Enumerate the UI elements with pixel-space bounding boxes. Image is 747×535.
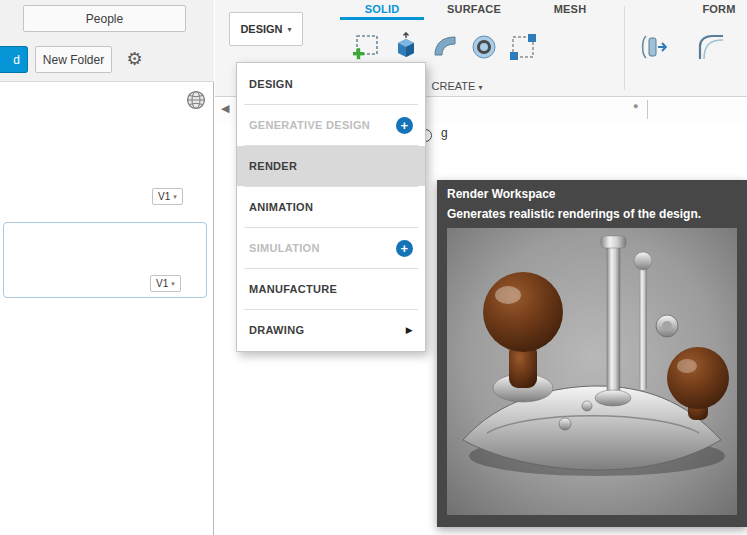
upload-button[interactable]: d [0,46,28,73]
data-panel: People d New Folder ⚙ V1 ▾ V1 ▾ [0,0,214,535]
render-preview-image [447,228,737,515]
version-label: V1 [156,278,168,289]
workspace-menu: DESIGN GENERATIVE DESIGN + RENDER ANIMAT… [236,62,426,352]
data-item-selected[interactable]: V1 ▾ [3,222,207,298]
tab-form[interactable]: FORM [686,0,747,19]
new-folder-button[interactable]: New Folder [35,46,112,73]
workspace-selector-label: DESIGN [240,23,282,35]
caret-down-icon: ▾ [478,83,482,92]
menu-item-label: MANUFACTURE [249,283,337,295]
menu-item-generative-design[interactable]: GENERATIVE DESIGN + [237,105,425,145]
menu-item-label: RENDER [249,160,297,172]
caret-down-icon: ▾ [288,25,292,34]
menu-item-label: ANIMATION [249,201,313,213]
create-group-label: CREATE [432,80,476,92]
menu-item-label: GENERATIVE DESIGN [249,119,370,131]
caret-down-icon: ▾ [173,193,177,201]
version-dropdown[interactable]: V1 ▾ [150,275,181,292]
people-tab-button[interactable]: People [23,5,186,32]
gear-icon[interactable]: ⚙ [121,46,148,73]
caret-down-icon: ▾ [171,280,175,288]
fusion-window: People d New Folder ⚙ V1 ▾ V1 ▾ SOLID SU… [0,0,747,535]
hole-icon[interactable] [466,27,502,67]
menu-item-label: SIMULATION [249,242,320,254]
fillet-icon[interactable] [692,27,728,67]
tab-mesh[interactable]: MESH [538,0,602,19]
menu-item-design[interactable]: DESIGN [237,64,425,104]
tooltip-description: Generates realistic renderings of the de… [447,207,701,221]
tooltip-title: Render Workspace [447,187,556,201]
tab-separator [647,100,648,119]
extrude-icon[interactable] [388,27,424,67]
menu-item-label: DRAWING [249,324,304,336]
menu-item-simulation[interactable]: SIMULATION + [237,228,425,268]
render-workspace-tooltip: Render Workspace Generates realistic ren… [437,180,747,527]
data-item[interactable]: V1 ▾ [0,118,214,212]
menu-item-render[interactable]: RENDER [237,146,425,186]
premium-plus-icon: + [396,240,413,257]
active-tab-underline [340,17,424,20]
workspace-selector-button[interactable]: DESIGN ▾ [229,12,303,46]
premium-plus-icon: + [396,117,413,134]
create-sketch-icon[interactable] [348,27,384,67]
globe-icon[interactable] [186,90,206,110]
nav-back-icon[interactable]: ◀ [221,102,229,115]
menu-item-label: DESIGN [249,78,293,90]
unsaved-dot-icon: ● [633,101,638,111]
menu-item-manufacture[interactable]: MANUFACTURE [237,269,425,309]
version-label: V1 [158,191,170,202]
canvas-text-fragment: g [441,126,448,140]
toolbar-group-divider [624,6,625,90]
revolve-icon[interactable] [427,27,463,67]
submenu-arrow-icon: ▶ [406,325,413,335]
press-pull-icon[interactable] [634,27,670,67]
menu-item-drawing[interactable]: DRAWING ▶ [237,310,425,350]
pattern-icon[interactable] [505,27,541,67]
tab-surface[interactable]: SURFACE [430,0,518,19]
version-dropdown[interactable]: V1 ▾ [152,188,183,205]
menu-item-animation[interactable]: ANIMATION [237,187,425,227]
